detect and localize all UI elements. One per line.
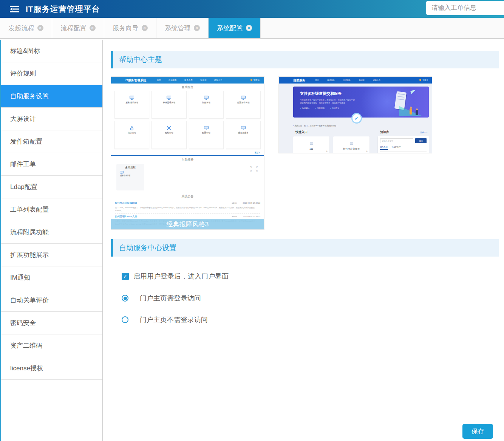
banner-title: 支持多种渠道提交和服务 [300, 91, 429, 96]
preview-service-card: 变更发布管理 [226, 91, 261, 119]
theme-caption: 经典报障风格3 [111, 219, 264, 229]
sidebar-item-title-icon[interactable]: 标题&图标 [1, 40, 102, 62]
tab-system-admin[interactable]: 系统管理 ✕ [156, 18, 209, 38]
sidebar-item-selfservice-settings[interactable]: 自助服务设置 [1, 85, 102, 108]
preview-service-card: 服务器服务 [226, 121, 261, 149]
preview-nav-item: 双提服务 [327, 79, 335, 81]
preview-grid-title: 自助服务 [111, 84, 264, 91]
tab-label: 服务向导 [113, 24, 139, 32]
plus-icon: + [326, 150, 328, 153]
preview-service-card: 事件运维管理 [152, 91, 186, 119]
preview-service-card: 问题管理 [189, 91, 224, 119]
sidebar-item-ticket-list-config[interactable]: 工单列表配置 [1, 198, 102, 221]
close-icon[interactable]: ✕ [37, 25, 43, 31]
close-icon[interactable]: ✕ [194, 25, 200, 31]
theme-preview-classic[interactable]: IT服务管理系统 首页 自助服务 服务向导 知识库 通知公告 管理员 自助服务 … [111, 77, 264, 229]
sidebar-item-autoclose-rating[interactable]: 自动关单评价 [1, 289, 102, 312]
sidebar-item-rating-rules[interactable]: 评价规则 [1, 62, 102, 85]
portal-after-login-checkbox[interactable]: ✓ [122, 273, 129, 280]
tab-process-config[interactable]: 流程配置 ✕ [52, 18, 104, 38]
preview-ticker: 系统公告 窗口，支持海量IT服务管理系统的功能… [293, 124, 429, 127]
tab-service-guide[interactable]: 服务向导 ✕ [104, 18, 156, 38]
sidebar-item-email-ticket[interactable]: 邮件工单 [1, 153, 102, 176]
close-icon[interactable]: ✕ [90, 25, 96, 31]
sidebar-item-asset-qrcode[interactable]: 资产二维码 [1, 334, 102, 357]
sidebar-item-bigscreen-design[interactable]: 大屏设计 [1, 108, 102, 130]
main-content: 帮助中心主题 IT服务管理系统 首页 自助服务 服务向导 知识库 通知公告 管理… [103, 40, 504, 441]
preview-flow-title: 自助服务 [111, 156, 264, 163]
sidebar-item-license-auth[interactable]: license授权 [1, 357, 102, 380]
portal-login-required-radio[interactable] [122, 295, 128, 302]
monitor-icon [166, 96, 172, 100]
sidebar-item-im-notify[interactable]: IM通知 [1, 266, 102, 289]
section-selfservice-center-settings: 自助服务中心设置 [111, 239, 499, 257]
menu-collapse-icon[interactable] [8, 4, 20, 14]
tab-label: 系统管理 [165, 24, 191, 32]
preview-nav-item: 首页 [157, 79, 161, 82]
preview-nav-item: 通知公告 [214, 79, 223, 82]
sidebar-item-extension-display[interactable]: 扩展功能展示 [1, 244, 102, 266]
preview-nav-items: 首页 自助服务 服务向导 知识库 通知公告 [157, 79, 223, 82]
portal-after-login-label: 启用用户登录后，进入门户界面 [133, 272, 229, 281]
preview-flow-zone: ↖ ↗↙ ↘ 全部流程 服务请求管理 [111, 163, 264, 193]
monitor-icon [129, 96, 135, 100]
sidebar-item-password-security[interactable]: 密码安全 [1, 312, 102, 334]
knowledge-base-section: 知识库 更多>>> 请输入关键字 搜索 OA办公 行政管理 [378, 130, 429, 153]
announcement-title: 如何登录获取license [115, 201, 137, 205]
tab-launch-process[interactable]: 发起流程 ✕ [0, 18, 52, 38]
quick-entry-card: 您可自定义服务 + [333, 136, 369, 153]
portal-no-login-label: 门户主页不需登录访问 [140, 315, 208, 324]
announcement-meta: admin 2019-09-05 17:38:22 [232, 202, 260, 204]
plus-icon: + [366, 150, 368, 153]
announcement-item: 如何登录获取license admin 2019-09-05 17:38:22 … [115, 200, 260, 214]
preview-body: 支持多种渠道提交和服务 可快速查看客户服务申请历史，直达知识库；快速将用户服务申… [279, 84, 432, 153]
kb-title: 知识库 [378, 130, 389, 134]
kb-tab: OA办公 [380, 145, 388, 150]
preview-nav-title: IT服务管理系统 [125, 78, 146, 82]
monitor-icon [119, 171, 124, 175]
image-placeholder-icon [310, 142, 313, 145]
announcement-title: 如何管理license文件 [115, 215, 137, 218]
preview-more-link: 更多> [111, 150, 264, 155]
expand-arrows-icon: ↖ ↗↙ ↘ [250, 166, 259, 172]
preview-service-card: 服务请求管理 [114, 91, 149, 119]
quick-entry-title: 快捷入口 [293, 130, 373, 134]
preview-nav-item: 知识库 [200, 79, 207, 82]
banner-description: 可快速查看客户服务申请历史，直达知识库；快速将用户服务申请 转化为内部服务流程，… [300, 98, 376, 104]
sidebar-item-ldap-config[interactable]: Ldap配置 [1, 176, 102, 198]
portal-login-required-label: 门户主页需登录访问 [140, 294, 201, 303]
kb-search-input: 请输入关键字 [380, 138, 413, 143]
theme-previews: IT服务管理系统 首页 自助服务 服务向导 知识库 通知公告 管理员 自助服务 … [111, 77, 499, 230]
person-illustration [410, 108, 412, 115]
tab-bar: 发起流程 ✕ 流程配置 ✕ 服务向导 ✕ 系统管理 ✕ 系统配置 ✕ [0, 18, 504, 39]
theme-preview-modern[interactable]: 自助服务 首页 双提服务 运维服务 知识库 通知公告 管理员 支持多种渠道提交和… [279, 77, 432, 153]
preview-navbar: 自助服务 首页 双提服务 运维服务 知识库 通知公告 管理员 [279, 77, 432, 84]
kb-tab: 行政管理 [392, 145, 401, 150]
person-illustration [416, 110, 418, 115]
save-button[interactable]: 保存 [462, 424, 493, 439]
sidebar-item-process-extras[interactable]: 流程附属功能 [1, 221, 102, 244]
ticket-search-input[interactable] [426, 1, 504, 15]
tab-label: 流程配置 [61, 24, 87, 32]
monitor-icon [241, 126, 246, 130]
quick-entry-section: 快捷入口 111 + 您可自定义服务 + [293, 130, 373, 153]
kb-search-button: 搜索 [415, 138, 427, 143]
preview-user-badge: 管理员 [419, 79, 428, 81]
preview-nav-title: 自助服务 [293, 78, 305, 82]
preview-service-card: 配置管理 [189, 121, 224, 149]
announcement-body: 注：Linux、Windows通用1、下载附件并解压获取到torn_licens… [115, 206, 260, 212]
preview-nav-item: 服务向导 [184, 79, 193, 82]
lock-icon [129, 126, 135, 130]
close-icon[interactable]: ✕ [142, 25, 148, 31]
portal-no-login-radio[interactable] [122, 316, 128, 323]
close-icon[interactable]: ✕ [246, 25, 252, 31]
section-help-center-theme: 帮助中心主题 [111, 51, 499, 68]
tab-system-config[interactable]: 系统配置 ✕ [209, 18, 261, 38]
image-placeholder-icon [350, 142, 353, 145]
check-badge-icon: ✓ [351, 113, 362, 124]
preview-nav-item: 首页 [315, 79, 319, 81]
monitor-icon [204, 96, 209, 100]
preview-nav-item: 通知公告 [373, 79, 380, 81]
kb-more-link: 更多>>> [420, 131, 427, 133]
sidebar-item-outbox-config[interactable]: 发件箱配置 [1, 130, 102, 153]
